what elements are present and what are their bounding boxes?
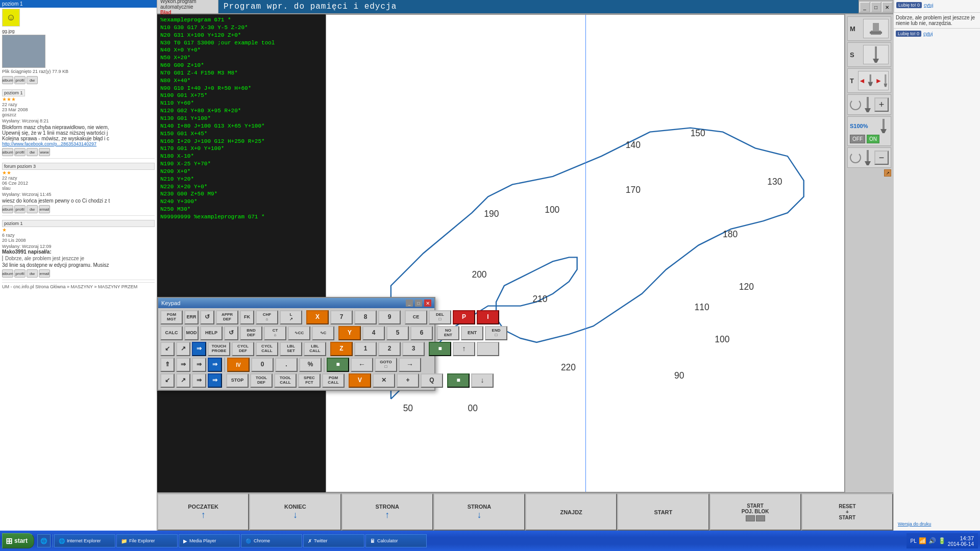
num-6-btn[interactable]: 6 <box>410 326 433 340</box>
koniec-btn[interactable]: KONIEC ↓ <box>249 493 341 531</box>
fb-section-2[interactable]: Lubię to! 0 cytuj <box>894 28 980 39</box>
fb-like-btn-2[interactable]: Lubię to! 0 <box>896 31 921 37</box>
row5-arr-left-btn[interactable]: ↙ <box>160 373 175 388</box>
num-9-btn[interactable]: 9 <box>378 310 401 324</box>
right-arrow-nav-btn[interactable]: → <box>399 358 421 372</box>
row5-right-btn-1[interactable]: ⇒ <box>192 373 206 388</box>
network-icon[interactable]: 📶 <box>919 537 926 544</box>
stop-btn[interactable]: STOP <box>226 373 249 388</box>
num-0-btn[interactable]: 0 <box>251 358 274 372</box>
i-btn[interactable]: I <box>477 310 499 324</box>
profil-btn[interactable]: profil <box>14 76 26 84</box>
pgm-call-btn[interactable]: PGMCALL <box>322 373 345 388</box>
empty-btn-1[interactable] <box>477 342 499 356</box>
taskbar-ie-btn[interactable]: 🌐 Internet Explorer <box>54 534 115 547</box>
tool-def-btn[interactable]: TOOLDEF <box>250 373 273 388</box>
lbl-call-btn[interactable]: LBLCALL <box>304 342 326 356</box>
battery-icon[interactable]: 🔋 <box>938 537 946 544</box>
keypad-window-btns[interactable]: _ □ ✕ <box>406 299 431 307</box>
percent-btn[interactable]: % <box>299 358 322 372</box>
ct-btn[interactable]: CT⌂ <box>264 326 286 340</box>
tool-call-btn[interactable]: TOOLCALL <box>274 373 297 388</box>
post1-dw[interactable]: dw <box>27 148 38 156</box>
reset-start-btn[interactable]: RESET + START <box>801 493 893 531</box>
end-btn[interactable]: END□ <box>485 326 507 340</box>
s3-minus-btn[interactable]: − <box>874 151 889 165</box>
x-btn[interactable]: X <box>306 310 329 324</box>
quick-launch[interactable]: 🌐 <box>35 534 53 547</box>
goto-btn[interactable]: GOTO□ <box>375 358 397 372</box>
appr-def-btn[interactable]: APPRDEF <box>216 310 238 324</box>
fb-section-1[interactable]: Lubię to! 0 cytuj <box>896 2 978 8</box>
green-btn-2[interactable]: ■ <box>327 358 349 372</box>
quote-btn-1[interactable]: cytuj <box>924 3 934 8</box>
post-3-icons[interactable]: album profil dw email <box>2 269 155 278</box>
s2-plus-btn[interactable]: + <box>874 97 889 112</box>
taskbar-apps[interactable]: 🌐 Internet Explorer 📁 File Explorer ▶ Me… <box>54 534 905 547</box>
iv-btn[interactable]: IV <box>227 358 250 372</box>
fk-btn[interactable]: FK <box>240 310 254 324</box>
cnc-bottom-bar[interactable]: POCZATEK ↑ KONIEC ↓ STRONA ↑ STRONA ↓ ZN… <box>157 492 893 531</box>
c-btn[interactable]: ∿C <box>312 326 334 340</box>
taskbar-calc-btn[interactable]: 🖩 Calculator <box>365 534 427 547</box>
znajdz-btn[interactable]: ZNAJDZ <box>525 493 617 531</box>
mod-btn[interactable]: MOD <box>184 326 199 340</box>
strona-up-btn[interactable]: STRONA ↑ <box>341 493 433 531</box>
post-1-link[interactable]: http://www.facebook.com/p...286353431402… <box>2 141 155 146</box>
fb-like-btn-1[interactable]: Lubię to! 0 <box>896 2 922 8</box>
row5-arr-right-btn[interactable]: ↗ <box>176 373 190 388</box>
taskbar-chrome-btn[interactable]: 🔵 Chrome <box>241 534 302 547</box>
times-btn[interactable]: ✕ <box>373 373 395 388</box>
right-arrow-btn-1[interactable]: ⇒ <box>192 342 206 356</box>
window-controls[interactable]: _ □ ✕ <box>859 0 893 13</box>
arr-down-left-btn[interactable]: ↙ <box>160 342 175 356</box>
post1-profil[interactable]: profil <box>14 148 26 156</box>
cc-btn[interactable]: ∿CC <box>288 326 310 340</box>
keypad-minimize-btn[interactable]: _ <box>406 299 413 307</box>
rotate1-btn[interactable]: ↺ <box>200 310 214 324</box>
post1-album[interactable]: album <box>2 148 13 156</box>
post1-www[interactable]: www <box>39 148 50 156</box>
shift-right-btn-3[interactable]: ⇒ <box>208 358 222 372</box>
shift-right-btn-1[interactable]: ⇒ <box>176 358 190 372</box>
z-btn[interactable]: Z <box>330 342 353 356</box>
ent-btn[interactable]: ENT <box>461 326 483 340</box>
poczatek-btn[interactable]: POCZATEK ↑ <box>157 493 249 531</box>
calc-btn[interactable]: CALC <box>160 326 183 340</box>
program-editor[interactable]: %exampleprogram G71 * N10 G30 G17 X-30 Y… <box>157 14 326 492</box>
start-poj-btn[interactable]: START POJ. BLOK <box>709 493 801 531</box>
maximize-btn[interactable]: □ <box>871 2 881 12</box>
start-btn[interactable]: START <box>617 493 709 531</box>
num-4-btn[interactable]: 4 <box>362 326 385 340</box>
no-ent-btn[interactable]: NOENT <box>437 326 459 340</box>
num-3-btn[interactable]: 3 <box>402 342 425 356</box>
chf-btn[interactable]: CHF⌂ <box>256 310 278 324</box>
dot-btn[interactable]: . <box>275 358 298 372</box>
arr-up-right-btn[interactable]: ↗ <box>176 342 190 356</box>
num-5-btn[interactable]: 5 <box>386 326 409 340</box>
post3-dw[interactable]: dw <box>27 269 38 278</box>
strona-down-btn[interactable]: STRONA ↓ <box>433 493 525 531</box>
volume-icon[interactable]: 🔊 <box>928 537 936 544</box>
post3-album[interactable]: album <box>2 269 13 278</box>
num-1-btn[interactable]: 1 <box>354 342 377 356</box>
start-menu-btn[interactable]: ⊞ start <box>2 533 34 548</box>
close-btn[interactable]: ✕ <box>882 2 892 12</box>
l-btn[interactable]: L↗ <box>280 310 302 324</box>
post2-dw[interactable]: dw <box>27 205 38 213</box>
plus-btn[interactable]: + <box>397 373 419 388</box>
taskbar-explorer-btn[interactable]: 📁 File Explorer <box>116 534 178 547</box>
err-btn[interactable]: ERR <box>184 310 199 324</box>
bnd-def-btn[interactable]: BNDDEF <box>240 326 262 340</box>
post-actions-1[interactable]: album profil dw <box>2 76 155 84</box>
p-btn[interactable]: P <box>453 310 475 324</box>
version-link-area[interactable]: Wersja do druku <box>894 39 980 531</box>
minimize-btn[interactable]: _ <box>860 2 870 12</box>
keypad-close-btn[interactable]: ✕ <box>424 299 431 307</box>
quote-btn-2[interactable]: cytuj <box>923 31 933 36</box>
y-btn[interactable]: Y <box>338 326 361 340</box>
speed-on-btn[interactable]: ON <box>867 135 879 143</box>
post-2-icons[interactable]: album profil dw email <box>2 205 155 213</box>
rotate2-btn[interactable]: ↺ <box>224 326 238 340</box>
keypad-window[interactable]: Keypad _ □ ✕ PGMMGT ERR ↺ APPRDEF FK CHF… <box>157 297 435 391</box>
